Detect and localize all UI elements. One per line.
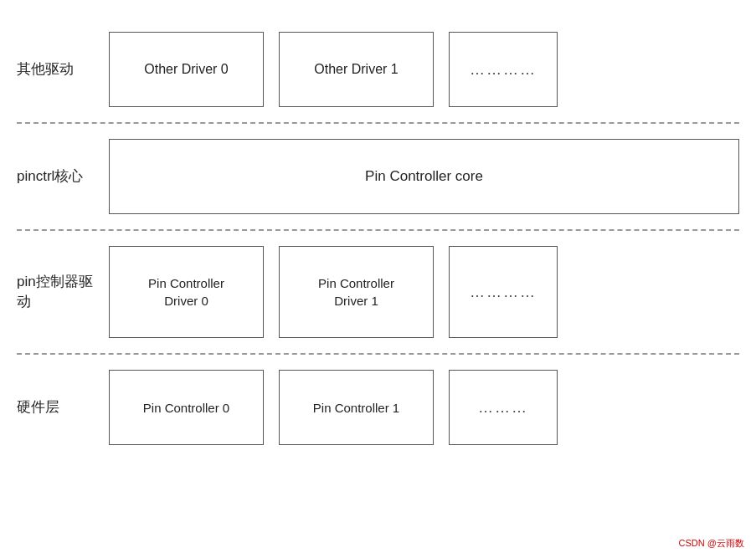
layer-other-drivers: 其他驱动 Other Driver 0 Other Driver 1 ………… xyxy=(17,17,739,124)
box-pin-controller-driver-0: Pin ControllerDriver 0 xyxy=(109,246,264,338)
layer-pinctrl-core: pinctrl核心 Pin Controller core xyxy=(17,124,739,231)
watermark: CSDN @云雨数 xyxy=(679,537,744,550)
layer-hardware: 硬件层 Pin Controller 0 Pin Controller 1 ……… xyxy=(17,355,739,460)
layer-pinctrl-core-content: Pin Controller core xyxy=(109,139,739,214)
diagram-container: 其他驱动 Other Driver 0 Other Driver 1 ………… … xyxy=(0,0,756,477)
layer-pin-controller-driver: pin控制器驱动 Pin ControllerDriver 0 Pin Cont… xyxy=(17,231,739,355)
box-pin-controller-driver-ellipsis: ………… xyxy=(449,246,558,338)
box-other-driver-1: Other Driver 1 xyxy=(279,32,434,107)
box-other-driver-ellipsis: ………… xyxy=(449,32,558,107)
box-pin-controller-ellipsis: ……… xyxy=(449,370,558,445)
box-pin-controller-1: Pin Controller 1 xyxy=(279,370,434,445)
layer-other-drivers-content: Other Driver 0 Other Driver 1 ………… xyxy=(109,32,739,107)
layer-pin-controller-driver-content: Pin ControllerDriver 0 Pin ControllerDri… xyxy=(109,246,739,338)
label-pinctrl-core: pinctrl核心 xyxy=(17,166,109,187)
layer-hardware-content: Pin Controller 0 Pin Controller 1 ……… xyxy=(109,370,739,445)
label-other-drivers: 其他驱动 xyxy=(17,59,109,79)
box-pin-controller-core: Pin Controller core xyxy=(109,139,739,214)
label-pin-controller-driver: pin控制器驱动 xyxy=(17,272,109,312)
box-other-driver-0: Other Driver 0 xyxy=(109,32,264,107)
label-hardware: 硬件层 xyxy=(17,397,109,417)
box-pin-controller-0: Pin Controller 0 xyxy=(109,370,264,445)
box-pin-controller-driver-1: Pin ControllerDriver 1 xyxy=(279,246,434,338)
